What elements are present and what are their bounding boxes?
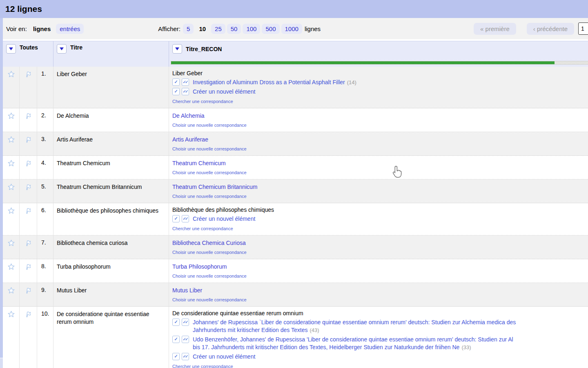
flag-cell[interactable] [20, 307, 37, 368]
star-icon [7, 239, 15, 249]
titre-cell: Bibliothèque des philosophes chimiques [53, 203, 169, 235]
star-icon [7, 207, 15, 216]
search-match-link[interactable]: Chercher une correspondance [172, 99, 233, 104]
first-page-button[interactable]: « première [474, 23, 516, 35]
flag-cell[interactable] [20, 180, 37, 203]
star-cell[interactable] [3, 283, 20, 306]
candidate-link[interactable]: Investigation of Aluminum Dross as a Pot… [193, 79, 345, 85]
match-all-identical-cells-checkbox[interactable]: ✓✓ [182, 79, 189, 86]
choose-new-match-link[interactable]: Choisir une nouvelle correspondance [172, 297, 247, 303]
star-cell[interactable] [3, 67, 20, 108]
star-cell[interactable] [3, 259, 20, 283]
page-size-option-500[interactable]: 500 [262, 24, 279, 34]
flag-cell[interactable] [20, 108, 37, 132]
table-row: 1.Liber GeberLiber Geber✓✓✓Investigation… [3, 67, 588, 108]
search-match-link[interactable]: Chercher une correspondance [172, 364, 233, 368]
table-row: 10.De consideratione quintae essentiae r… [3, 307, 588, 368]
star-cell[interactable] [3, 307, 20, 368]
candidate-link[interactable]: Udo Benzenhöfer, Johannes' de Rupescissa… [193, 336, 513, 343]
matched-entity-link[interactable]: Artis Auriferae [172, 136, 208, 144]
match-all-identical-cells-checkbox[interactable]: ✓✓ [182, 319, 189, 326]
flag-icon [24, 70, 32, 80]
rematch-link-wrap: Choisir une nouvelle correspondance [172, 145, 588, 152]
match-this-cell-checkbox[interactable]: ✓ [172, 88, 180, 95]
column-menu-button-all[interactable] [6, 44, 16, 54]
page-number-input[interactable] [578, 22, 588, 35]
candidate-link[interactable]: bis 17. Jahrhunderts mit kritischer Edit… [193, 344, 459, 350]
flag-icon [24, 112, 32, 121]
candidate-link[interactable]: Johannes' de Rupescissa `Liber de consid… [193, 319, 516, 325]
column-menu-button-titre-recon[interactable] [172, 44, 182, 54]
choose-new-match-link[interactable]: Choisir une nouvelle correspondance [172, 194, 247, 199]
openrefine-data-grid: { "header": { "title": "12 lignes" }, "t… [0, 0, 588, 368]
table-row: 8.Turba philosophorumTurba Philosophorum… [3, 259, 588, 283]
table-row: 2.De AlchemiaDe AlchemiaChoisir une nouv… [3, 108, 588, 132]
match-all-identical-cells-checkbox[interactable]: ✓✓ [182, 336, 189, 343]
match-this-cell-checkbox[interactable]: ✓ [172, 336, 180, 343]
choose-new-match-link[interactable]: Choisir une nouvelle correspondance [172, 274, 247, 279]
titre-recon-cell: De consideratione quintae essentiae reru… [169, 307, 588, 368]
star-icon [7, 70, 15, 80]
choose-new-match-link[interactable]: Choisir une nouvelle correspondance [172, 250, 247, 255]
match-this-cell-checkbox[interactable]: ✓ [172, 79, 180, 86]
flag-icon [24, 159, 32, 169]
recon-candidate: ✓✓✓Créer un nouvel élément [172, 88, 588, 96]
match-all-identical-cells-checkbox[interactable]: ✓✓ [182, 353, 189, 360]
recon-candidate: ✓✓✓Johannes' de Rupescissa `Liber de con… [172, 319, 588, 334]
matched-entity-link[interactable]: Turba Philosophorum [172, 263, 227, 271]
match-this-cell-checkbox[interactable]: ✓ [172, 215, 180, 222]
candidate-line: Créer un nouvel élément [193, 215, 255, 223]
flag-cell[interactable] [20, 283, 37, 306]
candidate-link[interactable]: Créer un nouvel élément [193, 215, 255, 222]
matched-entity: Turba Philosophorum [172, 262, 588, 272]
titre-cell: Turba philosophorum [53, 259, 169, 283]
flag-cell[interactable] [20, 259, 37, 283]
star-cell[interactable] [3, 203, 20, 235]
match-this-cell-checkbox[interactable]: ✓ [172, 319, 180, 326]
column-menu-button-titre[interactable] [57, 44, 67, 54]
match-this-cell-checkbox[interactable]: ✓ [172, 353, 180, 360]
matched-entity-link[interactable]: Mutus Liber [172, 287, 202, 294]
page-size-option-50[interactable]: 50 [227, 24, 241, 34]
flag-cell[interactable] [20, 156, 37, 179]
star-cell[interactable] [3, 156, 20, 179]
records-mode-button[interactable]: entrées [56, 24, 84, 34]
choose-new-match-link[interactable]: Choisir une nouvelle correspondance [172, 146, 247, 152]
match-all-identical-cells-checkbox[interactable]: ✓✓ [182, 88, 189, 95]
row-count-title: 12 lignes [0, 4, 42, 14]
rows-mode-button[interactable]: lignes [29, 24, 54, 34]
candidate-link[interactable]: Créer un nouvel élément [193, 353, 255, 360]
previous-page-button[interactable]: ‹ précédente [527, 23, 574, 35]
choose-new-match-link[interactable]: Choisir une nouvelle correspondance [172, 123, 247, 128]
match-all-identical-cells-checkbox[interactable]: ✓✓ [182, 215, 189, 222]
page-size-option-100[interactable]: 100 [243, 24, 260, 34]
matched-entity-link[interactable]: Theatrum Chemicum [172, 159, 226, 167]
star-cell[interactable] [3, 132, 20, 155]
matched-entity-link[interactable]: De Alchemia [172, 112, 205, 120]
flag-cell[interactable] [20, 132, 37, 155]
star-cell[interactable] [3, 180, 20, 203]
data-panel: Voir en: lignes entrées Afficher: 510255… [3, 18, 588, 368]
flag-cell[interactable] [20, 203, 37, 235]
flag-cell[interactable] [20, 67, 37, 108]
page-size-option-5[interactable]: 5 [183, 24, 194, 34]
matched-entity-link[interactable]: Bibliotheca Chemica Curiosa [172, 239, 246, 247]
star-cell[interactable] [3, 108, 20, 132]
search-match-link[interactable]: Chercher une correspondance [172, 226, 233, 231]
star-cell[interactable] [3, 236, 20, 259]
page-size-option-1000[interactable]: 1000 [281, 24, 302, 34]
star-icon [7, 112, 15, 121]
cell-value: Liber Geber [172, 70, 588, 77]
flag-icon [24, 136, 32, 145]
candidate-link[interactable]: Jahrhunderts mit kritischer Edition des … [193, 327, 307, 333]
titre-cell: Artis Auriferae [53, 132, 169, 155]
candidate-link[interactable]: Créer un nouvel élément [193, 88, 255, 95]
flag-cell[interactable] [20, 236, 37, 259]
matched-entity-link[interactable]: Theatrum Chemicum Britannicum [172, 183, 258, 191]
cell-value: De consideratione quintae essentiae reru… [172, 310, 588, 317]
recon-progress-fill [171, 61, 555, 64]
page-size-option-25[interactable]: 25 [211, 24, 225, 34]
choose-new-match-link[interactable]: Choisir une nouvelle correspondance [172, 170, 247, 175]
page-size-option-10[interactable]: 10 [195, 24, 209, 34]
page-background-strip [0, 18, 3, 358]
